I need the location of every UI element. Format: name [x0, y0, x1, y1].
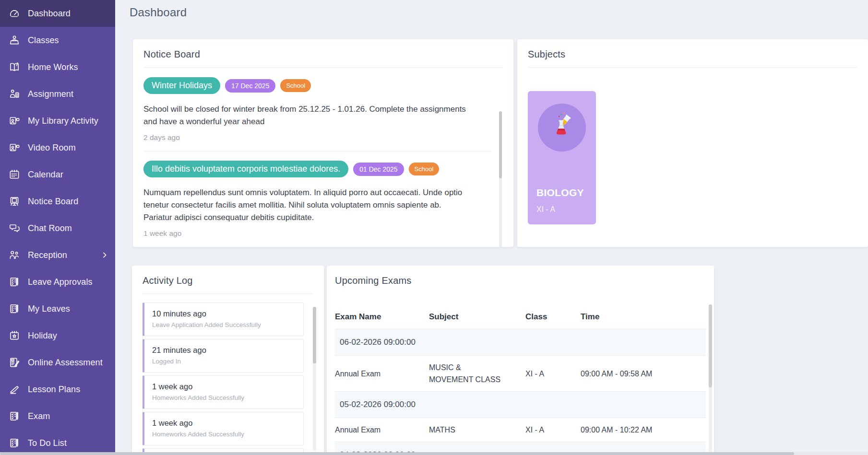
flask-icon — [538, 104, 586, 152]
writing-pen-icon — [8, 383, 21, 396]
exam-name-cell: Annual Exam — [335, 424, 429, 436]
sidebar-item-chat-room[interactable]: Chat Room — [0, 215, 115, 242]
sidebar-item-label: Home Works — [28, 62, 78, 72]
exams-table: Exam Name Subject Class Time 06-02-2026 … — [335, 304, 706, 455]
clipboard-pen-icon — [8, 409, 21, 423]
clipboard-pen-icon — [8, 436, 21, 450]
table-row: Annual Exam MUSIC & MOVEMENT CLASS XI - … — [335, 356, 706, 392]
open-book-icon — [8, 60, 21, 74]
subject-name: BIOLOGY — [536, 187, 584, 198]
scrollbar-thumb[interactable] — [709, 304, 712, 387]
sidebar-item-label: Video Room — [28, 143, 76, 153]
sidebar-item-calendar[interactable]: Calendar — [0, 161, 115, 188]
sidebar-item-label: Dashboard — [28, 9, 71, 19]
notice-audience-badge: School — [409, 163, 440, 175]
sidebar-item-label: Chat Room — [28, 223, 72, 233]
activity-item: 1 week ago Homeworks Added Successfully — [143, 412, 304, 445]
notice-item: Illo debitis voluptatem corporis molesti… — [143, 161, 491, 238]
notice-board-title: Notice Board — [143, 49, 503, 60]
activity-time: 21 minutes ago — [152, 346, 296, 355]
exam-name-cell: Annual Exam — [335, 368, 429, 380]
sidebar-item-label: Leave Approvals — [28, 277, 93, 287]
sidebar-item-label: Online Assessment — [28, 358, 103, 368]
column-header-subject: Subject — [429, 312, 525, 322]
subject-tile-biology[interactable]: BIOLOGY XI - A — [528, 91, 596, 224]
sidebar-item-leave-approvals[interactable]: Leave Approvals — [0, 268, 115, 295]
clipboard-pen-icon — [8, 302, 21, 315]
sidebar-item-my-library-activity[interactable]: My Library Activity — [0, 107, 115, 134]
exam-subject-cell: MATHS — [429, 424, 503, 436]
sidebar-item-label: Lesson Plans — [28, 385, 80, 395]
notice-name-badge: Illo debitis voluptatem corporis molesti… — [143, 161, 348, 177]
sidebar-item-assignment[interactable]: Assignment — [0, 81, 115, 107]
notice-item: Winter Holidays 17 Dec 2025 School Schoo… — [143, 77, 491, 142]
sidebar-item-dashboard[interactable]: Dashboard — [0, 0, 115, 27]
exam-class-cell: XI - A — [525, 424, 581, 436]
activity-item: 1 week ago Homeworks Added Successfully — [143, 375, 304, 409]
activity-description: Leave Application Added Successfully — [152, 321, 296, 328]
calendar-star-icon — [8, 329, 21, 342]
sidebar-item-label: My Library Activity — [28, 116, 98, 126]
sidebar-item-to-do-list[interactable]: To Do List — [0, 430, 115, 455]
notice-text: School will be closed for winter break f… — [143, 103, 470, 128]
sidebar-item-video-room[interactable]: Video Room — [0, 134, 115, 161]
table-header-row: Exam Name Subject Class Time — [335, 304, 706, 329]
sidebar-item-online-assessment[interactable]: Online Assessment — [0, 349, 115, 376]
notice-audience-badge: School — [280, 79, 311, 92]
activity-time: 10 minutes ago — [152, 309, 296, 318]
sidebar-item-label: Reception — [28, 250, 67, 260]
sidebar-item-label: Assignment — [28, 89, 73, 99]
column-header-class: Class — [525, 312, 581, 322]
person-clipboard-icon — [8, 87, 21, 101]
subjects-card: Subjects BIOLOGY XI - A — [517, 39, 868, 247]
sidebar-item-label: Exam — [28, 411, 50, 421]
video-screen-icon — [8, 141, 21, 154]
sidebar-item-holiday[interactable]: Holiday — [0, 322, 115, 349]
sidebar-item-reception[interactable]: Reception — [0, 242, 115, 268]
activity-description: Homeworks Added Successfully — [152, 394, 296, 401]
activity-item: 10 minutes ago Leave Application Added S… — [143, 303, 304, 336]
sidebar-item-label: Calendar — [28, 170, 63, 180]
test-pencil-icon — [8, 356, 21, 369]
column-header-time: Time — [581, 312, 706, 322]
notice-text: Numquam repellendus sunt omnis voluptate… — [143, 187, 470, 224]
video-screen-icon — [8, 114, 21, 128]
sidebar-item-label: Holiday — [28, 331, 57, 341]
chevron-right-icon — [101, 251, 108, 259]
horizontal-scrollbar-thumb[interactable] — [0, 452, 794, 455]
clipboard-pen-icon — [8, 275, 21, 289]
sidebar-item-label: Classes — [28, 35, 59, 46]
divider — [143, 151, 491, 152]
page-title: Dashboard — [130, 6, 187, 19]
people-icon — [8, 248, 21, 262]
sidebar-item-lesson-plans[interactable]: Lesson Plans — [0, 376, 115, 403]
exam-date-group: 05-02-2026 09:00:00 — [335, 392, 706, 418]
sidebar-item-notice-board[interactable]: Notice Board — [0, 188, 115, 215]
notice-timestamp: 2 days ago — [143, 133, 491, 142]
activity-time: 1 week ago — [152, 382, 296, 391]
notice-timestamp: 1 week ago — [143, 229, 491, 238]
exam-subject-cell: MUSIC & MOVEMENT CLASS — [429, 362, 503, 385]
activity-time: 1 week ago — [152, 419, 296, 428]
person-desk-icon — [8, 34, 21, 47]
exam-date-group: 06-02-2026 09:00:00 — [335, 329, 706, 355]
sidebar-item-classes[interactable]: Classes — [0, 27, 115, 54]
gauge-icon — [8, 7, 21, 20]
scrollbar-thumb[interactable] — [313, 307, 316, 363]
sidebar-item-exam[interactable]: Exam — [0, 403, 115, 430]
table-group-row: 06-02-2026 09:00:00 — [335, 329, 706, 356]
upcoming-exams-title: Upcoming Exams — [335, 275, 706, 286]
sidebar-item-my-leaves[interactable]: My Leaves — [0, 295, 115, 322]
notice-date-badge: 17 Dec 2025 — [225, 79, 275, 93]
sidebar-item-label: To Do List — [28, 438, 67, 448]
notice-name-badge: Winter Holidays — [143, 77, 220, 94]
horizontal-scrollbar-track[interactable] — [0, 452, 868, 455]
calendar-icon — [8, 168, 21, 181]
exam-time-cell: 09:00 AM - 10:22 AM — [581, 424, 706, 436]
subject-class: XI - A — [536, 205, 555, 214]
sidebar: Dashboard Classes Home Works Assignment … — [0, 0, 115, 455]
sidebar-item-home-works[interactable]: Home Works — [0, 54, 115, 81]
scrollbar-thumb[interactable] — [499, 111, 502, 178]
exam-class-cell: XI - A — [525, 368, 581, 380]
activity-description: Logged In — [152, 358, 296, 365]
